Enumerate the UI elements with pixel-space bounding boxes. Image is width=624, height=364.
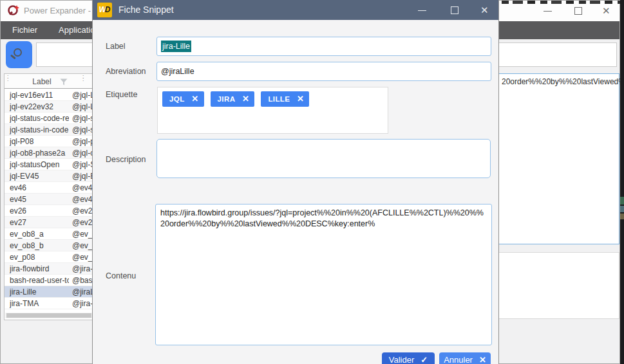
menu-fichier[interactable]: Fichier [12,25,37,35]
description-input[interactable] [156,139,491,178]
filter-icon[interactable] [60,78,68,86]
row-label: ev_ob8_a [10,230,69,239]
column-header-label[interactable]: Label [23,77,61,86]
row-label: ev46 [10,183,69,192]
row-label: jira-flowbird [10,264,69,273]
valider-label: Valider [389,355,415,364]
cross-icon: ✕ [479,355,486,364]
etiquette-field-label: Etiquette [106,90,137,99]
main-window-title: Power Expander - E [24,6,99,15]
check-icon: ✓ [421,355,428,364]
row-label: ev_ob8_b [10,241,69,250]
windev-icon: WD [97,3,112,17]
dialog-close-button[interactable]: ✕ [479,4,492,17]
abreviation-input[interactable]: @jiraLille [156,62,491,81]
contenu-input[interactable]: https://jira.flowbird.group/issues/?jql=… [155,204,492,345]
row-label: jira-TMA [10,299,69,308]
selected-text: jira-Lille [161,41,191,52]
column-drag-handle-icon[interactable]: :: [7,75,9,86]
dialog-minimize-button[interactable] [416,4,429,17]
main-close-button[interactable]: ✕ [601,5,614,17]
tag-remove-icon[interactable]: ✕ [242,91,249,107]
dialog-title: Fiche Snippet [118,5,174,15]
background-window-text-sliver [502,1,621,4]
tag-remove-icon[interactable]: ✕ [297,91,304,107]
row-label: ev45 [10,195,69,204]
desktop-background [620,0,624,364]
row-label: jql-EV45 [10,172,69,181]
label-field-label: Label [106,42,126,51]
annuler-button[interactable]: Annuler✕ [439,352,491,364]
tag-remove-icon[interactable]: ✕ [191,91,198,107]
abreviation-field-label: Abreviation [106,67,146,76]
etiquette-tag-box[interactable]: JQL✕JIRA✕LILLE✕ [157,87,388,134]
row-label: jira-Lille [10,287,69,296]
screen: Power Expander - E ✕ Fichier Application… [0,0,624,364]
tag-label: LILLE [268,95,290,103]
tag-label: JQL [169,95,185,103]
search-button[interactable] [6,41,32,68]
etiquette-tag: JQL✕ [162,91,204,107]
row-label: bash-read-user-tc [10,276,69,285]
row-abbreviation: @jiraL [72,287,95,296]
preview-text: 20order%%20by%%20lastViewed% [502,77,624,86]
row-label: jql-P08 [10,137,69,146]
app-logo-icon [6,4,21,18]
fiche-snippet-dialog: WD Fiche Snippet ✕ Label jira-Lille Abre… [92,0,499,364]
main-maximize-button[interactable] [572,5,585,17]
etiquette-tag: LILLE✕ [261,91,309,107]
row-label: ev_p08 [10,253,69,262]
description-field-label: Description [106,155,146,164]
column-drag-handle-icon[interactable]: :: [82,75,84,86]
row-label: jql-ev22ev32 [10,102,69,111]
row-label: jql-ob8-phase2a [10,149,69,158]
row-label: ev27 [10,218,69,227]
row-label: jql-statusOpen [10,160,69,169]
etiquette-tag: JIRA✕ [211,91,255,107]
row-label: ev26 [10,206,69,215]
dialog-maximize-button[interactable] [448,4,461,17]
scrollbar-thumb[interactable] [6,313,91,318]
contenu-field-label: Contenu [106,271,136,280]
annuler-label: Annuler [444,355,473,364]
dialog-titlebar[interactable]: WD Fiche Snippet ✕ [93,0,498,20]
row-label: jql-status-code-re [10,114,69,123]
tag-label: JIRA [218,95,236,103]
search-icon [14,48,22,57]
row-label: jql-status-in-code [10,125,69,134]
main-minimize-button[interactable] [542,5,554,17]
valider-button[interactable]: Valider✓ [382,352,435,364]
row-label: jql-ev16ev11 [10,91,69,100]
label-input[interactable]: jira-Lille [156,37,491,56]
